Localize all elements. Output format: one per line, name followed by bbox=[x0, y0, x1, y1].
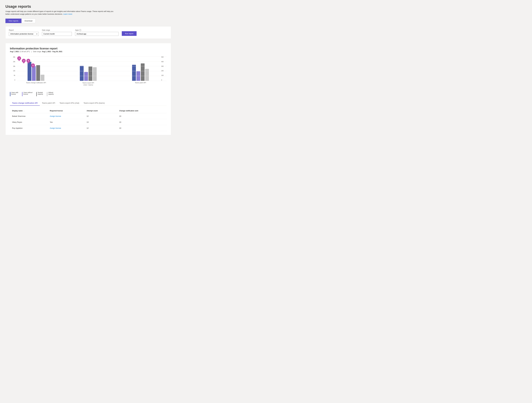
bar-patch-api-users-license bbox=[132, 65, 136, 81]
bubble-5: 5 bbox=[26, 59, 30, 63]
bubble-4: 4 bbox=[22, 59, 26, 63]
page-description: Usage reports will help you create diffe… bbox=[6, 10, 117, 15]
cell-sent-roy: 10 bbox=[117, 125, 167, 131]
chart-x-labels: Teams change notification API Teams expo… bbox=[17, 82, 160, 86]
cell-name-babak: Babak Shammas bbox=[10, 113, 48, 119]
bar-patch-api-seeded bbox=[141, 64, 145, 81]
chart-label-export-api: Teams export API(chat + teams) bbox=[69, 82, 108, 86]
bubble-6: 6 bbox=[31, 64, 35, 67]
cell-attempts-babak: 12 bbox=[84, 113, 117, 119]
legend-color-light bbox=[47, 92, 47, 96]
col-display-name: Display name ↓ bbox=[10, 109, 48, 113]
cell-attempts-hilary: 13 bbox=[84, 119, 117, 125]
legend-color-blue bbox=[10, 92, 10, 96]
chart-label-patch-api: Teams patch API bbox=[121, 82, 160, 86]
cell-license-hilary: Yes bbox=[48, 119, 84, 125]
bar-patch-api-utilized bbox=[145, 69, 149, 81]
data-table: Display name ↓ Required license Attempt … bbox=[10, 109, 167, 131]
date-range-label: Date range bbox=[42, 29, 72, 31]
table-row: Roy Appleton Assign license 12 10 bbox=[10, 125, 167, 131]
bar-change-api-utilized bbox=[41, 75, 44, 81]
col-required-license: Required license bbox=[48, 109, 84, 113]
report-label: Report bbox=[9, 29, 39, 31]
date-range-filter-group: Date range bbox=[42, 29, 72, 36]
bar-change-api-users-license bbox=[28, 62, 31, 81]
page-title: Usage reports bbox=[6, 4, 171, 9]
bar-export-api-seeded bbox=[89, 67, 92, 81]
bars-area: 3 4 5 6 bbox=[17, 56, 160, 81]
date-range-input[interactable] bbox=[42, 32, 72, 36]
table-row: Babak Shammas Assign license 12 10 bbox=[10, 113, 167, 119]
data-tab-export-teams[interactable]: Teams export APIs (teams) bbox=[82, 101, 107, 106]
assign-license-link-babak[interactable]: Assign license bbox=[50, 115, 61, 117]
col-attempt-count: Attempt count bbox=[84, 109, 117, 113]
report-filter-group: Report Information protection license bbox=[9, 29, 39, 36]
cell-name-roy: Roy Appleton bbox=[10, 125, 48, 131]
report-title: Information protection license report bbox=[10, 47, 167, 50]
chart-legend: Users withlicense Users withoutlicense S… bbox=[10, 92, 167, 96]
legend-color-purple bbox=[22, 92, 23, 96]
legend-seeded-capacity: Seededcapacity bbox=[36, 92, 43, 96]
bar-export-api-users-no-license bbox=[84, 72, 88, 81]
cell-attempts-roy: 12 bbox=[84, 125, 117, 131]
data-tab-patch-api[interactable]: Teams patch API bbox=[40, 101, 57, 106]
col-change-notification-sent: Change notification sent bbox=[117, 109, 167, 113]
filter-panel: Report Information protection license Da… bbox=[6, 26, 171, 39]
cell-license-roy: Assign license bbox=[48, 125, 84, 131]
chart-container: 0 6k 12k 18k 24k 30k 0 100 200 300 400 5… bbox=[10, 56, 167, 86]
run-report-button[interactable]: Run report bbox=[122, 31, 137, 36]
bar-patch-api-users-no-license bbox=[136, 71, 140, 81]
assign-license-link-roy[interactable]: Assign license bbox=[50, 127, 61, 129]
y-axis-left: 0 6k 12k 18k 24k 30k bbox=[10, 56, 16, 81]
sort-icon[interactable]: ↓ bbox=[24, 110, 24, 112]
table-header-row: Display name ↓ Required license Attempt … bbox=[10, 109, 167, 113]
report-select[interactable]: Information protection license bbox=[9, 32, 39, 36]
data-tab-export-chat[interactable]: Teams export APIs (chat) bbox=[57, 101, 81, 106]
report-select-wrapper: Information protection license bbox=[9, 32, 39, 36]
legend-color-gray bbox=[36, 92, 37, 96]
cell-name-hilary: Hilary Reyes bbox=[10, 119, 48, 125]
bar-group-3 bbox=[121, 64, 160, 81]
table-row: Hilary Reyes Yes 13 10 bbox=[10, 119, 167, 125]
bar-export-api-utilized bbox=[93, 67, 97, 81]
chart-label-change-api: Teams change notification API bbox=[17, 82, 55, 86]
cell-license-babak: Assign license bbox=[48, 113, 84, 119]
bar-group-2 bbox=[69, 66, 108, 81]
download-tab[interactable]: Download bbox=[21, 19, 36, 23]
bar-export-api-users-license bbox=[80, 66, 84, 81]
view-reports-tab[interactable]: View reports bbox=[6, 19, 21, 23]
report-card: Information protection license report Au… bbox=[6, 43, 171, 135]
data-tab-change-notification[interactable]: Teams change notification API bbox=[10, 101, 40, 106]
learn-more-link[interactable]: Learn more bbox=[63, 13, 72, 15]
data-tab-bar: Teams change notification API Teams patc… bbox=[10, 101, 167, 106]
bar-change-api-seeded bbox=[36, 65, 40, 81]
legend-utilized-capacity: Utilizedcapacity bbox=[47, 92, 54, 96]
cell-sent-hilary: 10 bbox=[117, 119, 167, 125]
y-axis-right: 0 100 200 300 400 500 bbox=[160, 56, 167, 81]
cell-sent-babak: 10 bbox=[117, 113, 167, 119]
bar-change-api-users-no-license bbox=[32, 66, 36, 81]
legend-users-without-license: Users withoutlicense bbox=[22, 92, 32, 96]
apps-input[interactable] bbox=[75, 32, 119, 36]
bar-group-1: 3 4 5 6 bbox=[17, 62, 55, 81]
apps-label: Apps i bbox=[75, 29, 119, 31]
apps-info-icon[interactable]: i bbox=[79, 29, 81, 31]
apps-filter-group: Apps i bbox=[75, 29, 119, 36]
main-tab-bar: View reports Download bbox=[6, 19, 171, 23]
report-meta: Aug 7, 2021 11:59 am (PT) | Date range: … bbox=[10, 51, 167, 52]
legend-users-with-license: Users withlicense bbox=[10, 92, 18, 96]
bubble-3: 3 bbox=[17, 56, 21, 60]
